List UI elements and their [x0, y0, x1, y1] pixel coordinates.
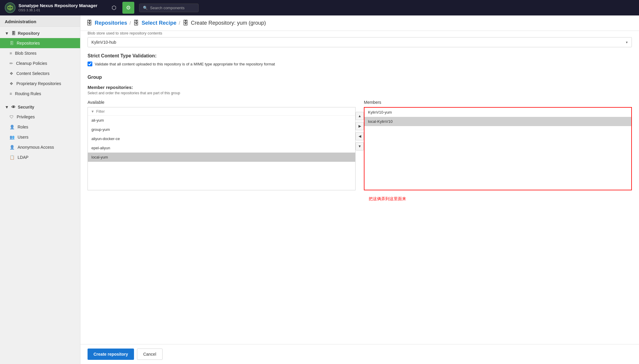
breadcrumb-recipe-icon: 🗄: [133, 20, 139, 26]
member-repos-subtitle: Select and order the repositories that a…: [88, 91, 632, 95]
sidebar-item-users[interactable]: 👥 Users: [0, 132, 80, 142]
app-version: OSS 3.38.1-01: [18, 8, 97, 12]
sidebar-section-header: Administration: [0, 15, 80, 27]
search-icon: 🔍: [143, 6, 148, 10]
app-title: Sonatype Nexus Repository Manager OSS 3.…: [18, 3, 97, 12]
strict-content-title: Strict Content Type Validation:: [88, 53, 632, 59]
list-item[interactable]: aliyun-docker-ce: [88, 134, 355, 143]
breadcrumb-select-recipe[interactable]: Select Recipe: [141, 20, 176, 26]
repository-group-icon: 🗄: [11, 31, 15, 36]
list-item-selected[interactable]: local-yum: [88, 153, 355, 162]
breadcrumb-sep-2: /: [179, 21, 180, 26]
repository-group-label: Repository: [18, 31, 40, 36]
repos-layout: Available ▼ ali-yum group-yum aliyun-doc…: [88, 100, 632, 206]
strict-content-checkbox[interactable]: [88, 62, 92, 66]
sidebar-item-privileges[interactable]: 🛡 Privileges: [0, 112, 80, 122]
member-repos-title: Member repositories:: [88, 85, 632, 90]
form-footer: Create repository Cancel: [80, 344, 639, 364]
blob-store-label: Blob store used to store repository cont…: [88, 31, 632, 35]
sidebar-item-anonymous-access[interactable]: 👤 Anonymous Access: [0, 142, 80, 152]
breadcrumb-repositories[interactable]: Repositories: [95, 20, 127, 26]
blob-stores-icon: ≡: [10, 51, 12, 56]
filter-row: ▼: [88, 107, 355, 116]
members-panel-container: Members KylinV10-yum local-KylinV10 把这俩弄…: [364, 100, 632, 206]
blob-store-section: Blob store used to store repository cont…: [88, 31, 632, 47]
available-repos-panel: ▼ ali-yum group-yum aliyun-docker-ce epe…: [88, 107, 356, 190]
list-item[interactable]: epel-aliyun: [88, 143, 355, 153]
available-panel-container: Available ▼ ali-yum group-yum aliyun-doc…: [88, 100, 356, 190]
sidebar-item-ldap-label: LDAP: [18, 155, 29, 160]
sidebar-group-repository: ▼ 🗄 Repository 🗄 Repositories ≡ Blob Sto…: [0, 27, 80, 101]
sidebar-item-repositories-label: Repositories: [17, 41, 40, 46]
arrows-col: ▲ ▶ ◀ ▼: [356, 100, 364, 150]
breadcrumb: 🗄 Repositories / 🗄 Select Recipe / 🗄 Cre…: [80, 15, 639, 31]
cleanup-policies-icon: ✏: [10, 61, 13, 66]
move-left-button[interactable]: ◀: [356, 132, 364, 140]
logo-icon: [5, 2, 15, 13]
available-label: Available: [88, 100, 356, 106]
sidebar-item-repositories[interactable]: 🗄 Repositories: [0, 38, 80, 48]
search-bar[interactable]: 🔍 Search components: [139, 4, 199, 12]
repositories-icon: 🗄: [10, 41, 14, 46]
blob-store-select[interactable]: KylinV10-hub: [88, 37, 632, 47]
sidebar-item-routing-rules[interactable]: ≡ Routing Rules: [0, 89, 80, 99]
move-down-button[interactable]: ▼: [356, 142, 364, 150]
annotation-text: 把这俩弄到这里面来: [364, 192, 632, 206]
sidebar-item-blob-stores[interactable]: ≡ Blob Stores: [0, 48, 80, 58]
routing-rules-icon: ≡: [10, 91, 12, 96]
strict-content-checkbox-row: Validate that all content uploaded to th…: [88, 62, 632, 66]
search-placeholder: Search components: [150, 6, 185, 10]
sidebar-item-anonymous-access-label: Anonymous Access: [18, 145, 54, 150]
list-item[interactable]: ali-yum: [88, 116, 355, 125]
member-list-item[interactable]: KylinV10-yum: [364, 108, 631, 117]
move-up-button[interactable]: ▲: [356, 112, 364, 120]
strict-content-section: Strict Content Type Validation: Validate…: [88, 53, 632, 66]
content-selectors-icon: ❖: [10, 71, 13, 76]
expand-icon: ▼: [5, 31, 9, 36]
sidebar-item-ldap[interactable]: 📋 LDAP: [0, 152, 80, 162]
group-title: Group: [88, 72, 632, 80]
sidebar: Administration ▼ 🗄 Repository 🗄 Reposito…: [0, 15, 80, 364]
sidebar-group-security: ▼ 👁 Security 🛡 Privileges 👤 Roles 👥 User…: [0, 101, 80, 164]
sidebar-item-proprietary-repositories-label: Proprietary Repositories: [16, 81, 61, 86]
ldap-icon: 📋: [10, 155, 15, 160]
cube-nav-icon[interactable]: ⬡: [108, 2, 120, 14]
list-item[interactable]: group-yum: [88, 125, 355, 134]
sidebar-item-content-selectors[interactable]: ❖ Content Selectors: [0, 68, 80, 79]
members-repos-panel: KylinV10-yum local-KylinV10: [364, 107, 632, 190]
main-layout: Administration ▼ 🗄 Repository 🗄 Reposito…: [0, 15, 639, 364]
cancel-button[interactable]: Cancel: [137, 349, 163, 360]
security-group-icon: 👁: [11, 105, 15, 109]
move-right-button[interactable]: ▶: [356, 122, 364, 130]
filter-icon: ▼: [91, 109, 94, 114]
gear-nav-icon[interactable]: ⚙: [122, 2, 134, 14]
sidebar-item-proprietary-repositories[interactable]: ❖ Proprietary Repositories: [0, 79, 80, 89]
content-area: 🗄 Repositories / 🗄 Select Recipe / 🗄 Cre…: [80, 15, 639, 364]
breadcrumb-sep-1: /: [130, 21, 131, 26]
users-icon: 👥: [10, 135, 15, 139]
breadcrumb-create-repository: Create Repository: yum (group): [191, 20, 266, 26]
expand-icon-security: ▼: [5, 105, 9, 109]
sidebar-item-privileges-label: Privileges: [17, 114, 35, 119]
app-name: Sonatype Nexus Repository Manager: [18, 3, 97, 8]
sidebar-group-security-header[interactable]: ▼ 👁 Security: [0, 102, 80, 112]
sidebar-item-roles-label: Roles: [18, 125, 28, 129]
sidebar-item-routing-rules-label: Routing Rules: [15, 91, 41, 96]
topbar: Sonatype Nexus Repository Manager OSS 3.…: [0, 0, 639, 15]
sidebar-item-cleanup-policies[interactable]: ✏ Cleanup Policies: [0, 58, 80, 68]
roles-icon: 👤: [10, 125, 15, 129]
form-content: Blob store used to store repository cont…: [80, 31, 639, 344]
create-repository-button[interactable]: Create repository: [88, 349, 134, 360]
sidebar-item-blob-stores-label: Blob Stores: [15, 51, 36, 56]
sidebar-item-roles[interactable]: 👤 Roles: [0, 122, 80, 132]
member-list-item-selected[interactable]: local-KylinV10: [364, 117, 631, 126]
sidebar-group-repository-header[interactable]: ▼ 🗄 Repository: [0, 29, 80, 38]
strict-content-text: Validate that all content uploaded to th…: [95, 62, 275, 66]
privileges-icon: 🛡: [10, 114, 14, 119]
sidebar-item-cleanup-policies-label: Cleanup Policies: [16, 61, 47, 66]
group-section: Group Member repositories: Select and or…: [88, 72, 632, 206]
topbar-nav: ⬡ ⚙: [108, 2, 134, 14]
sidebar-item-users-label: Users: [18, 135, 29, 139]
filter-input[interactable]: [96, 109, 352, 114]
app-logo: Sonatype Nexus Repository Manager OSS 3.…: [5, 2, 97, 13]
